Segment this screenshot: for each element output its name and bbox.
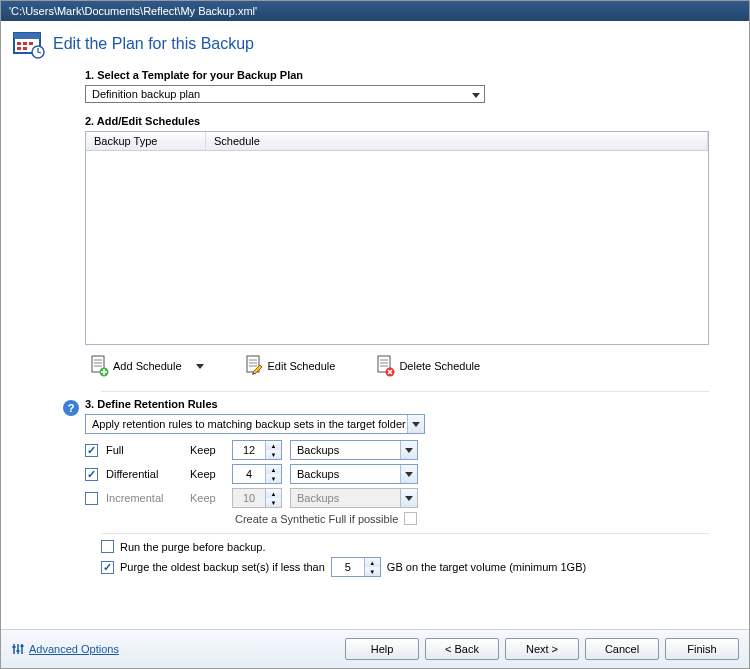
calendar-clock-icon <box>13 29 45 59</box>
next-button[interactable]: Next > <box>505 638 579 660</box>
back-button[interactable]: < Back <box>425 638 499 660</box>
differential-unit-value: Backups <box>297 468 339 480</box>
edit-schedule-label: Edit Schedule <box>268 360 336 372</box>
differential-label: Differential <box>106 468 182 480</box>
incremental-checkbox[interactable] <box>85 492 98 505</box>
chevron-down-icon <box>400 489 417 507</box>
help-icon[interactable]: ? <box>63 400 79 416</box>
step1-label: 1. Select a Template for your Backup Pla… <box>85 69 709 81</box>
add-schedule-button[interactable]: Add Schedule <box>89 355 204 377</box>
cancel-button[interactable]: Cancel <box>585 638 659 660</box>
svg-rect-4 <box>29 42 33 45</box>
keep-label: Keep <box>190 444 224 456</box>
edit-schedule-icon <box>244 355 264 377</box>
keep-label: Keep <box>190 468 224 480</box>
add-schedule-label: Add Schedule <box>113 360 182 372</box>
svg-rect-6 <box>23 47 27 50</box>
svg-rect-5 <box>17 47 21 50</box>
chevron-down-icon <box>407 415 424 433</box>
sliders-icon <box>11 642 25 656</box>
full-label: Full <box>106 444 182 456</box>
keep-label: Keep <box>190 492 224 504</box>
chevron-down-icon <box>400 441 417 459</box>
differential-checkbox[interactable] <box>85 468 98 481</box>
run-purge-before-label: Run the purge before backup. <box>120 541 266 553</box>
purge-gb-input[interactable] <box>332 558 364 576</box>
svg-rect-15 <box>21 645 24 647</box>
purge-gb-spinner[interactable]: ▲▼ <box>331 557 381 577</box>
step2-label: 2. Add/Edit Schedules <box>85 115 709 127</box>
schedules-grid[interactable]: Backup Type Schedule <box>85 131 709 345</box>
retention-scope-select[interactable]: Apply retention rules to matching backup… <box>85 414 425 434</box>
retention-scope-value: Apply retention rules to matching backup… <box>92 418 406 430</box>
chevron-down-icon <box>472 88 480 100</box>
purge-oldest-checkbox[interactable] <box>101 561 114 574</box>
purge-oldest-label: Purge the oldest backup set(s) if less t… <box>120 561 325 573</box>
help-button[interactable]: Help <box>345 638 419 660</box>
add-schedule-icon <box>89 355 109 377</box>
template-select-value: Definition backup plan <box>92 88 200 100</box>
page-title: Edit the Plan for this Backup <box>53 35 254 53</box>
incremental-count-input <box>233 489 265 507</box>
delete-schedule-label: Delete Schedule <box>399 360 480 372</box>
spin-down-icon[interactable]: ▼ <box>365 567 380 576</box>
window-titlebar: 'C:\Users\Mark\Documents\Reflect\My Back… <box>1 1 749 21</box>
svg-rect-2 <box>17 42 21 45</box>
incremental-count-spinner: ▲▼ <box>232 488 282 508</box>
template-select[interactable]: Definition backup plan <box>85 85 485 103</box>
full-unit-value: Backups <box>297 444 339 456</box>
finish-button[interactable]: Finish <box>665 638 739 660</box>
synthetic-checkbox <box>404 512 417 525</box>
svg-rect-14 <box>17 650 20 652</box>
incremental-unit-select: Backups <box>290 488 418 508</box>
advanced-options-link[interactable]: Advanced Options <box>11 642 119 656</box>
window-title: 'C:\Users\Mark\Documents\Reflect\My Back… <box>9 5 257 17</box>
col-backup-type[interactable]: Backup Type <box>86 132 206 150</box>
spin-down-icon: ▼ <box>266 498 281 507</box>
full-count-spinner[interactable]: ▲▼ <box>232 440 282 460</box>
run-purge-before-checkbox[interactable] <box>101 540 114 553</box>
spin-down-icon[interactable]: ▼ <box>266 474 281 483</box>
advanced-options-label: Advanced Options <box>29 643 119 655</box>
spin-down-icon[interactable]: ▼ <box>266 450 281 459</box>
full-count-input[interactable] <box>233 441 265 459</box>
step3-label: 3. Define Retention Rules <box>85 398 737 410</box>
spin-up-icon: ▲ <box>266 489 281 498</box>
delete-schedule-button[interactable]: Delete Schedule <box>375 355 480 377</box>
purge-gb-suffix: GB on the target volume (minimum 1GB) <box>387 561 586 573</box>
synthetic-label: Create a Synthetic Full if possible <box>235 513 398 525</box>
col-schedule[interactable]: Schedule <box>206 132 708 150</box>
svg-rect-3 <box>23 42 27 45</box>
full-checkbox[interactable] <box>85 444 98 457</box>
svg-rect-13 <box>13 646 16 648</box>
edit-schedule-button[interactable]: Edit Schedule <box>244 355 336 377</box>
incremental-unit-value: Backups <box>297 492 339 504</box>
incremental-label: Incremental <box>106 492 182 504</box>
spin-up-icon[interactable]: ▲ <box>266 465 281 474</box>
chevron-down-icon[interactable] <box>196 364 204 369</box>
svg-rect-1 <box>14 33 40 39</box>
differential-count-input[interactable] <box>233 465 265 483</box>
spin-up-icon[interactable]: ▲ <box>365 558 380 567</box>
delete-schedule-icon <box>375 355 395 377</box>
differential-unit-select[interactable]: Backups <box>290 464 418 484</box>
spin-up-icon[interactable]: ▲ <box>266 441 281 450</box>
chevron-down-icon <box>400 465 417 483</box>
full-unit-select[interactable]: Backups <box>290 440 418 460</box>
differential-count-spinner[interactable]: ▲▼ <box>232 464 282 484</box>
